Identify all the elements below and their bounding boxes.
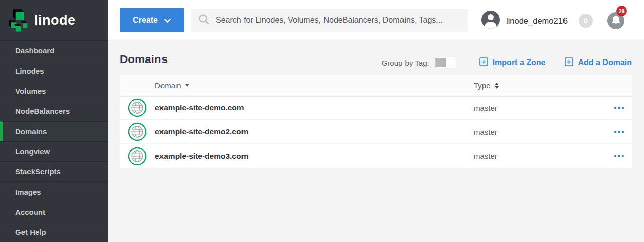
create-button[interactable]: Create (120, 8, 184, 32)
search-input[interactable] (216, 16, 461, 25)
chevron-down-icon (164, 16, 171, 25)
domain-name: example-site-demo.com (155, 103, 244, 112)
sidebar-item-stackscripts[interactable]: StackScripts (0, 161, 108, 182)
page-title: Domains (120, 53, 168, 66)
toggle-knob (436, 58, 446, 67)
row-action-menu-button[interactable] (613, 104, 625, 112)
table-row[interactable]: example-site-demo3.com master (120, 144, 632, 168)
sidebar-item-account[interactable]: Account (0, 202, 108, 222)
domain-type: master (474, 128, 497, 136)
table-row[interactable]: example-site-demo.com master (120, 97, 632, 120)
plus-box-icon (479, 57, 488, 68)
group-by-tag-toggle[interactable] (435, 57, 456, 68)
column-header-domain[interactable]: Domain (155, 81, 189, 90)
linode-wordmark: linode (34, 13, 76, 28)
bell-icon (612, 15, 620, 26)
sort-desc-icon (185, 84, 189, 87)
events-count-badge[interactable]: 0 (579, 14, 593, 28)
sort-both-icon (495, 83, 499, 89)
plus-box-icon (565, 57, 573, 68)
row-action-menu-button[interactable] (613, 152, 625, 160)
table-header: Domain Type (120, 75, 632, 97)
page-controls: Group by Tag: Import a Zone (382, 56, 632, 69)
globe-icon (128, 147, 147, 166)
topbar: Create linode_demo216 0 (108, 0, 644, 39)
sidebar-item-images[interactable]: Images (0, 182, 108, 202)
globe-icon (128, 98, 147, 117)
global-search (191, 9, 468, 32)
create-button-label: Create (133, 16, 158, 25)
sidebar-item-get-help[interactable]: Get Help (0, 222, 108, 242)
column-header-type-label: Type (474, 81, 491, 90)
add-domain-label: Add a Domain (578, 58, 632, 67)
sidebar-item-volumes[interactable]: Volumes (0, 81, 108, 101)
linode-logo[interactable]: linode (0, 0, 108, 40)
sidebar-item-longview[interactable]: Longview (0, 141, 108, 161)
import-zone-label: Import a Zone (493, 58, 546, 67)
import-zone-link[interactable]: Import a Zone (479, 57, 546, 68)
group-by-tag-label: Group by Tag: (382, 58, 429, 67)
main-content: Domains Group by Tag: Import a Zone (108, 39, 644, 242)
sidebar-item-linodes[interactable]: Linodes (0, 60, 108, 81)
sidebar-item-domains[interactable]: Domains (0, 121, 108, 141)
domains-table: Domain Type exampl (120, 75, 632, 168)
avatar (481, 11, 500, 31)
search-icon (198, 14, 209, 27)
domain-name: example-site-demo3.com (155, 152, 248, 161)
linode-logo-icon (9, 7, 29, 34)
row-action-menu-button[interactable] (613, 128, 625, 136)
user-menu[interactable]: linode_demo216 (481, 11, 568, 31)
sidebar-item-nodebalancers[interactable]: NodeBalancers (0, 101, 108, 121)
username: linode_demo216 (506, 16, 568, 26)
domain-name: example-site-demo2.com (155, 127, 248, 136)
column-header-type[interactable]: Type (474, 81, 499, 90)
domain-type: master (474, 152, 497, 160)
sidebar: linode Dashboard Linodes Volumes NodeBal… (0, 0, 108, 242)
sidebar-item-dashboard[interactable]: Dashboard (0, 40, 108, 60)
table-row[interactable]: example-site-demo2.com master (120, 120, 632, 144)
globe-icon (128, 122, 147, 141)
domain-type: master (474, 104, 497, 112)
column-header-domain-label: Domain (155, 81, 181, 90)
notifications-count-badge: 28 (616, 6, 627, 16)
add-domain-link[interactable]: Add a Domain (565, 57, 632, 68)
